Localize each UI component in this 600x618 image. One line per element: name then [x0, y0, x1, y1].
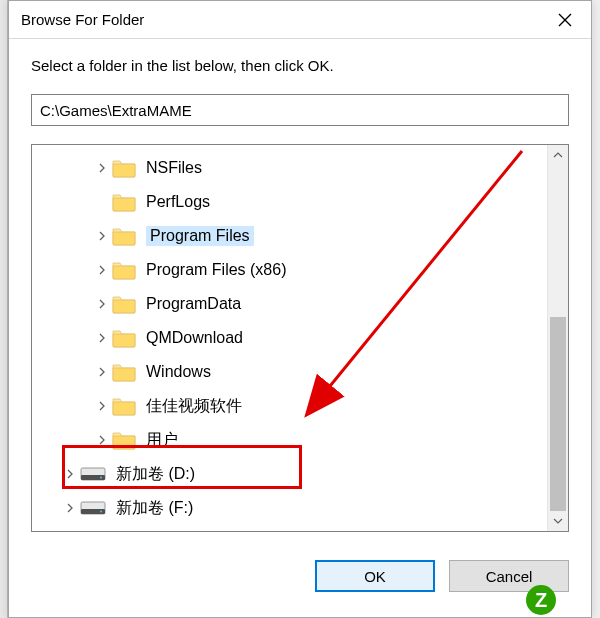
tree-item[interactable]: 用户	[32, 423, 547, 457]
chevron-right-icon[interactable]	[60, 469, 80, 479]
scrollbar[interactable]	[547, 145, 568, 531]
scroll-down-button[interactable]	[548, 511, 568, 531]
watermark: Z	[526, 582, 600, 618]
close-button[interactable]	[539, 1, 591, 38]
close-icon	[558, 13, 572, 27]
tree-item-label: Program Files	[146, 226, 254, 246]
browse-folder-dialog: Browse For Folder Select a folder in the…	[8, 0, 592, 618]
folder-icon	[112, 192, 136, 212]
tree-item[interactable]: Program Files	[32, 219, 547, 253]
tree-item-label: 新加卷 (D:)	[116, 464, 195, 485]
tree-item-label: Windows	[146, 363, 211, 381]
chevron-right-icon[interactable]	[60, 503, 80, 513]
tree-item-label: 佳佳视频软件	[146, 396, 242, 417]
tree-item[interactable]: 新加卷 (D:)	[32, 457, 547, 491]
tree-item[interactable]: PerfLogs	[32, 185, 547, 219]
chevron-right-icon[interactable]	[92, 333, 112, 343]
tree-item-label: ProgramData	[146, 295, 241, 313]
tree-item[interactable]: Windows	[32, 355, 547, 389]
tree-item[interactable]: 新加卷 (F:)	[32, 491, 547, 525]
path-input[interactable]	[31, 94, 569, 126]
chevron-down-icon	[553, 516, 563, 526]
instruction-text: Select a folder in the list below, then …	[31, 57, 569, 74]
chevron-right-icon[interactable]	[92, 367, 112, 377]
chevron-right-icon[interactable]	[92, 163, 112, 173]
scroll-up-button[interactable]	[548, 145, 568, 165]
ok-button[interactable]: OK	[315, 560, 435, 592]
folder-icon	[112, 226, 136, 246]
tree-item-label: PerfLogs	[146, 193, 210, 211]
titlebar: Browse For Folder	[9, 1, 591, 39]
chevron-right-icon[interactable]	[92, 435, 112, 445]
chevron-right-icon[interactable]	[92, 299, 112, 309]
folder-tree-container: NSFilesPerfLogsProgram FilesProgram File…	[31, 144, 569, 532]
tree-item-label: 用户	[146, 430, 178, 451]
tree-item[interactable]: ProgramData	[32, 287, 547, 321]
folder-icon	[112, 362, 136, 382]
dialog-content: Select a folder in the list below, then …	[9, 39, 591, 542]
drive-icon	[80, 501, 106, 515]
dialog-title: Browse For Folder	[21, 11, 539, 28]
chevron-right-icon[interactable]	[92, 231, 112, 241]
folder-icon	[112, 396, 136, 416]
tree-item[interactable]: 佳佳视频软件	[32, 389, 547, 423]
background-edge	[0, 0, 8, 618]
folder-icon	[112, 260, 136, 280]
svg-point-2	[100, 477, 102, 479]
tree-item-label: 新加卷 (F:)	[116, 498, 193, 519]
scroll-thumb[interactable]	[550, 317, 566, 511]
svg-point-5	[100, 511, 102, 513]
tree-item[interactable]: QMDownload	[32, 321, 547, 355]
watermark-logo: Z	[526, 585, 556, 615]
tree-item-label: Program Files (x86)	[146, 261, 286, 279]
chevron-right-icon[interactable]	[92, 401, 112, 411]
chevron-up-icon	[553, 150, 563, 160]
folder-icon	[112, 430, 136, 450]
drive-icon	[80, 467, 106, 481]
tree-item[interactable]: Program Files (x86)	[32, 253, 547, 287]
chevron-right-icon[interactable]	[92, 265, 112, 275]
folder-icon	[112, 328, 136, 348]
folder-icon	[112, 158, 136, 178]
tree-item[interactable]: NSFiles	[32, 151, 547, 185]
folder-icon	[112, 294, 136, 314]
tree-item-label: QMDownload	[146, 329, 243, 347]
tree-item-label: NSFiles	[146, 159, 202, 177]
dialog-buttons: OK Cancel	[9, 542, 591, 592]
folder-tree[interactable]: NSFilesPerfLogsProgram FilesProgram File…	[32, 145, 547, 531]
